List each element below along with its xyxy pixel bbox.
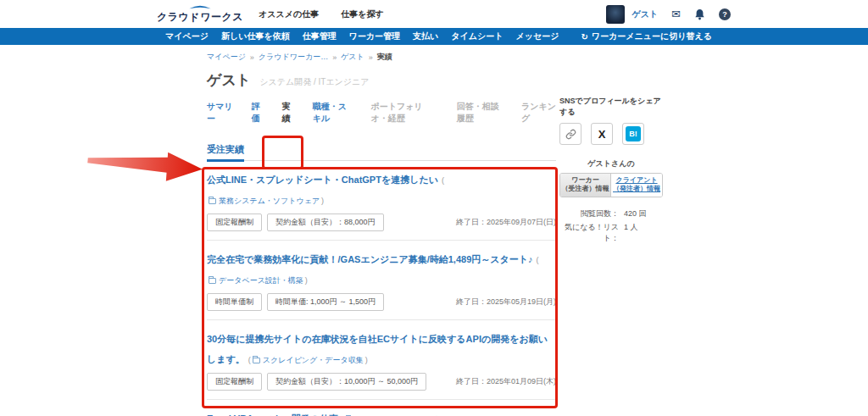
- tab-client-line1: クライアント: [611, 176, 662, 185]
- tab-worker-line1: ワーカー: [560, 176, 610, 185]
- sns-share-label: SNSでプロフィールをシェアする: [559, 96, 668, 118]
- top-header: クラウドワークス オススメの仕事仕事を探す ゲスト ✉ ?: [0, 0, 868, 28]
- order-category: 業務システム・ソフトウェア: [209, 191, 320, 206]
- hatena-icon: B!: [626, 126, 641, 141]
- username[interactable]: ゲスト: [632, 8, 658, 20]
- category-folder-icon: [209, 278, 216, 284]
- share-x-button[interactable]: X: [591, 123, 613, 145]
- refresh-icon: ↻: [581, 32, 588, 42]
- page-body: マイページ»クラウドワーカー…»ゲスト»実績 ゲスト システム開発 / ITエン…: [0, 52, 868, 416]
- paren-open-icon: (: [248, 356, 251, 364]
- nav-item-0[interactable]: マイページ: [165, 31, 209, 42]
- profile-tabs: サマリー評価実績職種・スキルポートフォリオ・経歴回答・相談履歴ランキング: [207, 101, 556, 125]
- switch-menu-button[interactable]: ↻ ワーカーメニューに切り替える: [581, 31, 868, 42]
- breadcrumb-separator: »: [369, 53, 373, 62]
- stat-row: 閲覧回数：420 回: [559, 208, 668, 219]
- tab-5[interactable]: 回答・相談履歴: [457, 101, 504, 125]
- order-category-link[interactable]: データベース設計・構築: [219, 276, 303, 285]
- order-title-row: Excel VBA・マクロ開発の仕事(Excel VBA・マクロ開発): [207, 408, 556, 416]
- bell-icon[interactable]: [694, 8, 705, 20]
- tab-0[interactable]: サマリー: [207, 101, 235, 125]
- share-hatena-button[interactable]: B!: [622, 123, 644, 145]
- order-end-date: 終了日：2025年01月09日(木): [456, 376, 556, 387]
- tab-6[interactable]: ランキング: [521, 101, 556, 125]
- nav-item-1[interactable]: 新しい仕事を依頼: [221, 31, 290, 42]
- nav-item-3[interactable]: ワーカー管理: [349, 31, 400, 42]
- order-title-row: 30分毎に提携先サイトの在庫状況を自社ECサイトに反映するAPIの開発をお願いし…: [207, 328, 556, 369]
- order-category: スクレイピング・データ収集: [253, 351, 364, 365]
- mail-icon[interactable]: ✉: [671, 8, 681, 19]
- tab-3[interactable]: 職種・スキル: [313, 101, 354, 125]
- order-pills: 固定報酬制契約金額（目安）：88,000円: [207, 214, 384, 231]
- order-category-link[interactable]: 業務システム・ソフトウェア: [219, 197, 320, 205]
- order-tag: 時間単価制: [207, 293, 262, 311]
- stat-label: 気になる！リスト：: [559, 222, 619, 244]
- order-item: 公式LINE・スプレッドシート・ChatGPTを連携したい(業務システム・ソフト…: [207, 161, 556, 241]
- order-list: 公式LINE・スプレッドシート・ChatGPTを連携したい(業務システム・ソフト…: [207, 161, 556, 416]
- order-item: 完全在宅で業務効率化に貢献！/GASエンジニア募集/時給1,489円～スタート♪…: [207, 241, 556, 320]
- tab-client-info[interactable]: クライアント （発注者）情報: [611, 174, 662, 197]
- profile-subtitle: システム開発 / ITエンジニア: [259, 76, 369, 88]
- header-user-area: ゲスト ✉ ?: [606, 5, 868, 24]
- order-end-date: 終了日：2025年09月07日(日): [456, 217, 556, 228]
- tab-worker-info[interactable]: ワーカー （受注者）情報: [560, 174, 611, 197]
- nav-item-6[interactable]: メッセージ: [516, 31, 559, 42]
- order-pills: 固定報酬制契約金額（目安）：10,000円 ～ 50,000円: [207, 373, 426, 391]
- order-category: Excel VBA・マクロ開発: [346, 410, 438, 416]
- category-folder-icon: [209, 198, 216, 204]
- profile-header: ゲスト システム開発 / ITエンジニア: [207, 70, 556, 90]
- paren-close-icon: ): [321, 197, 324, 205]
- order-title-link[interactable]: 完全在宅で業務効率化に貢献！/GASエンジニア募集/時給1,489円～スタート♪: [207, 254, 533, 264]
- help-icon[interactable]: ?: [719, 8, 731, 20]
- breadcrumb-item-2[interactable]: ゲスト: [341, 52, 364, 63]
- owner-heading: ゲストさんの: [559, 158, 663, 169]
- breadcrumb-separator: »: [332, 53, 337, 62]
- order-pills: 時間単価制時間単価: 1,000円 ～ 1,500円: [207, 293, 384, 311]
- order-meta-row: 固定報酬制契約金額（目安）：88,000円終了日：2025年09月07日(日): [207, 214, 556, 231]
- paren-close-icon: ): [305, 276, 308, 285]
- breadcrumb-item-3: 実績: [377, 52, 392, 63]
- stat-value: 420 回: [624, 208, 647, 219]
- stat-value: 1 人: [624, 222, 638, 244]
- orders-section-head: 受注実績: [207, 143, 556, 161]
- order-tag: 時間単価: 1,000円 ～ 1,500円: [267, 293, 384, 311]
- order-title-link[interactable]: 公式LINE・スプレッドシート・ChatGPTを連携したい: [207, 175, 438, 185]
- avatar[interactable]: [606, 5, 625, 24]
- crowdworks-logo[interactable]: クラウドワークス: [157, 4, 243, 25]
- order-meta-row: 時間単価制時間単価: 1,000円 ～ 1,500円終了日：2025年05月19…: [207, 293, 556, 311]
- top-menu-item-0[interactable]: オススメの仕事: [259, 8, 319, 20]
- tab-client-line2: （発注者）情報: [611, 185, 662, 193]
- main-nav: マイページ新しい仕事を依頼仕事管理ワーカー管理支払いタイムシートメッセージ ↻ …: [0, 28, 868, 45]
- order-category-link[interactable]: スクレイピング・データ収集: [263, 356, 364, 364]
- page-title: ゲスト: [207, 70, 251, 90]
- order-item: Excel VBA・マクロ開発の仕事(Excel VBA・マクロ開発)固定報酬制…: [207, 400, 556, 416]
- share-link-button[interactable]: [559, 123, 581, 145]
- paren-open-icon: (: [537, 256, 539, 264]
- nav-item-2[interactable]: 仕事管理: [303, 31, 337, 42]
- stat-row: 気になる！リスト：1 人: [559, 222, 668, 244]
- nav-item-5[interactable]: タイムシート: [451, 31, 503, 42]
- tab-2[interactable]: 実績: [282, 101, 296, 125]
- tab-4[interactable]: ポートフォリオ・経歴: [370, 101, 439, 125]
- tab-1[interactable]: 評価: [252, 101, 265, 125]
- nav-item-4[interactable]: 支払い: [413, 31, 438, 42]
- order-tag: 固定報酬制: [207, 214, 262, 231]
- order-title-row: 完全在宅で業務効率化に貢献！/GASエンジニア募集/時給1,489円～スタート♪…: [207, 248, 556, 289]
- logo-text: クラウドワークス: [157, 10, 243, 25]
- logo-swoosh-icon: [186, 4, 214, 9]
- sns-share-buttons: X B!: [559, 123, 668, 145]
- order-category: データベース設計・構築: [209, 271, 303, 286]
- top-menu: オススメの仕事仕事を探す: [259, 8, 384, 20]
- stat-label: 閲覧回数：: [559, 208, 619, 219]
- tab-worker-line2: （受注者）情報: [560, 185, 610, 193]
- breadcrumb-item-1[interactable]: クラウドワーカー…: [259, 52, 328, 63]
- breadcrumb-separator: »: [250, 53, 254, 62]
- order-tag: 固定報酬制: [207, 373, 262, 391]
- orders-section-title: 受注実績: [207, 143, 244, 162]
- breadcrumb-item-0[interactable]: マイページ: [207, 52, 246, 63]
- order-tag: 契約金額（目安）：10,000円 ～ 50,000円: [267, 373, 426, 391]
- order-meta-row: 固定報酬制契約金額（目安）：10,000円 ～ 50,000円終了日：2025年…: [207, 373, 556, 391]
- top-menu-item-1[interactable]: 仕事を探す: [341, 8, 383, 20]
- link-icon: [565, 129, 576, 140]
- nav-menu: マイページ新しい仕事を依頼仕事管理ワーカー管理支払いタイムシートメッセージ: [165, 31, 559, 42]
